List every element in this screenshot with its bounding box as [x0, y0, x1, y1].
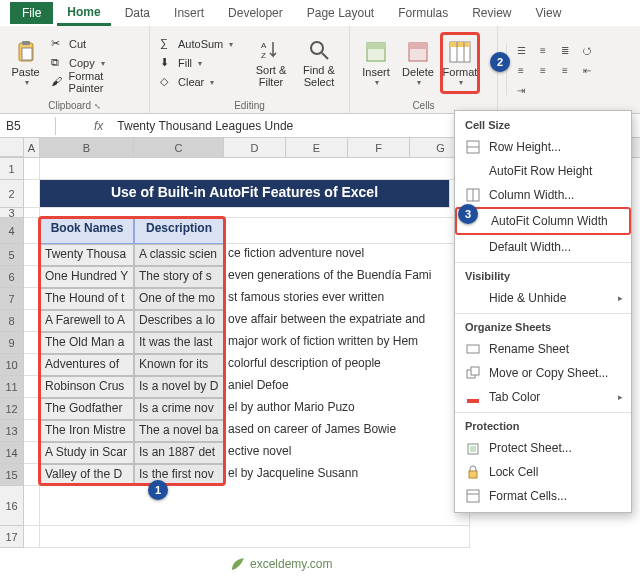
row-header[interactable]: 16	[0, 486, 24, 526]
sigma-icon: ∑	[160, 37, 174, 51]
align-center-button[interactable]: ≡	[533, 62, 553, 80]
fx-icon[interactable]: fx	[86, 119, 111, 133]
row-header[interactable]: 17	[0, 526, 24, 548]
cell-book-name[interactable]: The Godfather	[40, 398, 134, 420]
row-header[interactable]: 2	[0, 180, 24, 208]
select-all-corner[interactable]	[0, 138, 24, 157]
cell-description[interactable]: Is a novel by D	[134, 376, 224, 398]
menu-tab-color[interactable]: Tab Color▸	[455, 385, 631, 409]
tab-insert[interactable]: Insert	[164, 2, 214, 24]
find-select-button[interactable]: Find & Select	[296, 32, 342, 94]
paste-button[interactable]: Paste ▾	[6, 32, 45, 94]
cell-book-name[interactable]: Valley of the D	[40, 464, 134, 486]
row-header[interactable]: 13	[0, 420, 24, 442]
col-header-e[interactable]: E	[286, 138, 348, 157]
insert-cells-icon	[364, 40, 388, 64]
menu-lock-cell[interactable]: Lock Cell	[455, 460, 631, 484]
menu-move-copy[interactable]: Move or Copy Sheet...	[455, 361, 631, 385]
menu-rename-sheet[interactable]: Rename Sheet	[455, 337, 631, 361]
col-header-b[interactable]: B	[40, 138, 134, 157]
align-middle-button[interactable]: ≡	[533, 42, 553, 60]
autosum-button[interactable]: ∑ AutoSum ▾	[156, 35, 246, 53]
title-cell: Use of Built-in AutoFit Features of Exce…	[40, 180, 450, 208]
row-header[interactable]: 9	[0, 332, 24, 354]
cell-book-name[interactable]: The Hound of t	[40, 288, 134, 310]
cell-overflow-text: ased on career of James Bowie	[224, 420, 464, 442]
svg-point-5	[311, 42, 323, 54]
cell-book-name[interactable]: The Iron Mistre	[40, 420, 134, 442]
col-header-d[interactable]: D	[224, 138, 286, 157]
delete-cells-button[interactable]: Delete ▾	[398, 32, 438, 94]
row-header[interactable]: 4	[0, 218, 24, 244]
chevron-down-icon: ▾	[375, 78, 379, 87]
row-header[interactable]: 8	[0, 310, 24, 332]
row-header[interactable]: 6	[0, 266, 24, 288]
sort-filter-button[interactable]: AZ Sort & Filter	[248, 32, 294, 94]
increase-indent-button[interactable]: ⇥	[511, 82, 531, 100]
cell-book-name[interactable]: A Farewell to A	[40, 310, 134, 332]
tab-file[interactable]: File	[10, 2, 53, 24]
row-header[interactable]: 15	[0, 464, 24, 486]
tab-pagelayout[interactable]: Page Layout	[297, 2, 384, 24]
menu-default-width[interactable]: Default Width...	[455, 235, 631, 259]
col-header-a[interactable]: A	[24, 138, 40, 157]
tab-data[interactable]: Data	[115, 2, 160, 24]
cell-book-name[interactable]: A Study in Scar	[40, 442, 134, 464]
row-header[interactable]: 10	[0, 354, 24, 376]
orientation-button[interactable]: ⭯	[577, 42, 597, 60]
row-header[interactable]: 11	[0, 376, 24, 398]
menu-format-cells[interactable]: Format Cells...	[455, 484, 631, 508]
insert-cells-button[interactable]: Insert ▾	[356, 32, 396, 94]
paste-label: Paste	[11, 66, 39, 78]
cell-description[interactable]: Describes a lo	[134, 310, 224, 332]
cell-book-name[interactable]: Twenty Thousa	[40, 244, 134, 266]
cell-description[interactable]: The a novel ba	[134, 420, 224, 442]
fill-button[interactable]: ⬇ Fill ▾	[156, 54, 246, 72]
cell-description[interactable]: The story of s	[134, 266, 224, 288]
row-header[interactable]: 5	[0, 244, 24, 266]
cell-book-name[interactable]: Robinson Crus	[40, 376, 134, 398]
tab-home[interactable]: Home	[57, 1, 110, 26]
fill-down-icon: ⬇	[160, 56, 174, 70]
cell-description[interactable]: Is an 1887 det	[134, 442, 224, 464]
clear-label: Clear	[178, 76, 204, 88]
editing-group-label: Editing	[156, 98, 343, 113]
row-header[interactable]: 7	[0, 288, 24, 310]
format-painter-button[interactable]: 🖌 Format Painter	[47, 73, 143, 91]
cell-description[interactable]: Is a crime nov	[134, 398, 224, 420]
align-bottom-button[interactable]: ≣	[555, 42, 575, 60]
decrease-indent-button[interactable]: ⇤	[577, 62, 597, 80]
cell-description[interactable]: A classic scien	[134, 244, 224, 266]
tab-review[interactable]: Review	[462, 2, 521, 24]
clear-button[interactable]: ◇ Clear ▾	[156, 73, 246, 91]
col-header-f[interactable]: F	[348, 138, 410, 157]
menu-row-height[interactable]: Row Height...	[455, 135, 631, 159]
name-box[interactable]: B5	[0, 117, 56, 135]
chevron-down-icon: ▾	[229, 40, 233, 49]
row-header[interactable]: 14	[0, 442, 24, 464]
menu-hide-unhide[interactable]: Hide & Unhide▸	[455, 286, 631, 310]
menu-autofit-column[interactable]: AutoFit Column Width	[455, 207, 631, 235]
cell-book-name[interactable]: The Old Man a	[40, 332, 134, 354]
cell-description[interactable]: It was the last	[134, 332, 224, 354]
row-header[interactable]: 3	[0, 208, 24, 218]
col-header-c[interactable]: C	[134, 138, 224, 157]
cell-book-name[interactable]: Adventures of	[40, 354, 134, 376]
align-right-button[interactable]: ≡	[555, 62, 575, 80]
tab-view[interactable]: View	[526, 2, 572, 24]
row-header[interactable]: 1	[0, 158, 24, 180]
cut-button[interactable]: ✂ Cut	[47, 35, 143, 53]
align-left-button[interactable]: ≡	[511, 62, 531, 80]
tab-developer[interactable]: Developer	[218, 2, 293, 24]
cell-book-name[interactable]: One Hundred Y	[40, 266, 134, 288]
align-top-button[interactable]: ☰	[511, 42, 531, 60]
tab-formulas[interactable]: Formulas	[388, 2, 458, 24]
cell-description[interactable]: Known for its	[134, 354, 224, 376]
cell-description[interactable]: One of the mo	[134, 288, 224, 310]
menu-autofit-row[interactable]: AutoFit Row Height	[455, 159, 631, 183]
menu-protect-sheet[interactable]: Protect Sheet...	[455, 436, 631, 460]
menu-column-width[interactable]: Column Width...	[455, 183, 631, 207]
row-header[interactable]: 12	[0, 398, 24, 420]
cell-description[interactable]: Is the first nov	[134, 464, 224, 486]
format-cells-button[interactable]: Format ▾	[440, 32, 480, 94]
